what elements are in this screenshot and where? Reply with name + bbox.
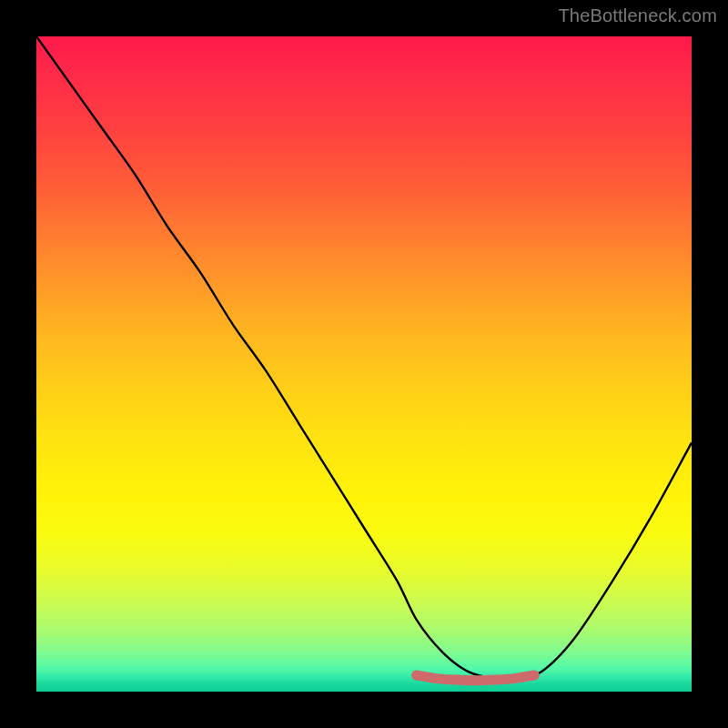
chart-svg bbox=[36, 36, 692, 692]
watermark-text: TheBottleneck.com bbox=[558, 5, 717, 26]
plot-area bbox=[36, 36, 692, 692]
chart-frame: TheBottleneck.com bbox=[0, 0, 728, 728]
bottleneck-curve-path bbox=[36, 36, 692, 679]
optimal-band-path bbox=[417, 675, 535, 681]
